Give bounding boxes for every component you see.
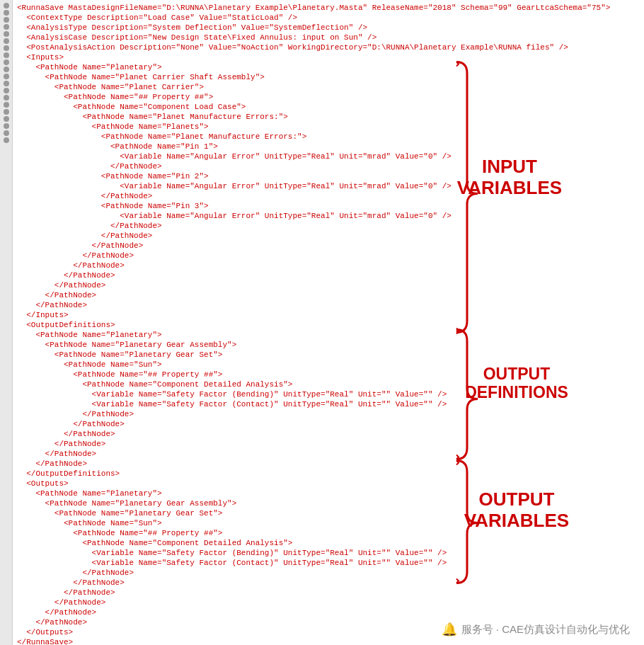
- gutter-dot: [4, 109, 9, 115]
- watermark-text: 服务号 · CAE仿真设计自动化与优化: [461, 623, 630, 637]
- left-gutter: [0, 0, 13, 645]
- gutter-dot: [4, 3, 9, 8]
- gutter-dot: [4, 52, 9, 58]
- gutter-dot: [4, 137, 9, 143]
- code-area: <RunnaSave MastaDesignFileName="D:\RUNNA…: [13, 0, 644, 645]
- gutter-dot: [4, 116, 9, 122]
- gutter-dot: [4, 74, 9, 79]
- gutter-dot: [4, 59, 9, 65]
- gutter-dot: [4, 102, 9, 108]
- main-container: <RunnaSave MastaDesignFileName="D:\RUNNA…: [0, 0, 644, 645]
- gutter-dot: [4, 130, 9, 136]
- watermark: 🔔 服务号 · CAE仿真设计自动化与优化: [442, 622, 630, 637]
- watermark-icon: 🔔: [442, 622, 457, 637]
- gutter-dot: [4, 81, 9, 86]
- gutter-dot: [4, 95, 9, 101]
- gutter-dot: [4, 88, 9, 93]
- code-block: <RunnaSave MastaDesignFileName="D:\RUNNA…: [17, 3, 640, 645]
- gutter-dot: [4, 24, 9, 30]
- gutter-dot: [4, 10, 9, 16]
- gutter-dot: [4, 67, 9, 72]
- gutter-dot: [4, 31, 9, 37]
- gutter-dot: [4, 17, 9, 23]
- gutter-dot: [4, 123, 9, 129]
- gutter-dot: [4, 45, 9, 51]
- gutter-dot: [4, 38, 9, 44]
